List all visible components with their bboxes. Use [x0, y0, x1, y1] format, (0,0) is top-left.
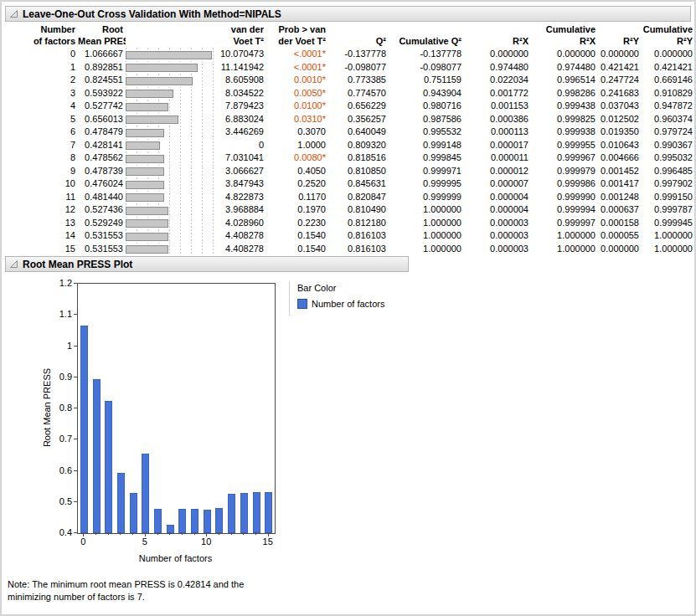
y-tick-mark: [74, 408, 77, 408]
cell-r2y: 0.000055: [598, 229, 642, 243]
cell-cumr2y: 0.947872: [642, 100, 695, 113]
press-bar-4[interactable]: [130, 493, 137, 533]
cell-cumr2x: 0.999986: [531, 177, 598, 191]
press-bar-1[interactable]: [93, 379, 101, 533]
press-bar-3[interactable]: [117, 473, 125, 533]
press-bar-14[interactable]: [253, 492, 260, 533]
cell-press: 0.527742: [78, 100, 126, 113]
cv-table-row: 90.4787393.0666270.40500.8108500.9999710…: [4, 165, 695, 178]
cell-cumr2y: 0.999945: [642, 217, 695, 230]
cell-press-bar: [126, 87, 219, 100]
cell-t2: 3.446269: [219, 126, 266, 139]
press-bar-2[interactable]: [105, 401, 112, 533]
cell-t2: 10.070473: [219, 48, 266, 61]
press-inline-bar: [126, 233, 168, 241]
cell-press-bar: [126, 217, 219, 230]
cell-r2x: 0.001153: [464, 100, 531, 113]
cell-press: 0.478562: [78, 151, 126, 165]
cell-q2: 0.774570: [328, 87, 389, 100]
y-tick-mark: [74, 470, 77, 471]
cell-press: 0.527436: [78, 203, 126, 217]
cell-r2x: 0.000113: [464, 126, 531, 139]
cell-r2x: 0.000004: [464, 191, 531, 204]
press-bar-7[interactable]: [167, 525, 174, 534]
cell-factors: 9: [4, 165, 78, 178]
cell-prob: 0.3070: [266, 126, 328, 139]
x-tick-mark: [120, 532, 121, 535]
press-bar-8[interactable]: [178, 509, 186, 533]
cell-q2: 0.809320: [328, 139, 389, 152]
cell-factors: 13: [4, 217, 78, 230]
press-plot-section: Root Mean PRESS Plot Root Mean PRESS Num…: [3, 256, 693, 571]
cell-cumr2x: 0.999938: [531, 126, 598, 139]
cell-press: 0.529249: [78, 217, 126, 230]
cell-cumq2: 0.751159: [389, 74, 464, 87]
cell-prob: <.0001*: [266, 61, 328, 74]
legend-entry-label: Number of factors: [312, 299, 384, 309]
cv-section-header[interactable]: Leave-One-Out Cross Validation With Meth…: [5, 6, 691, 22]
cv-table-row: 01.06666710.070473<.0001*-0.137778-0.137…: [4, 48, 695, 61]
cell-prob: <.0001*: [266, 48, 328, 61]
press-bar-5[interactable]: [142, 454, 149, 533]
disclosure-triangle-icon[interactable]: [9, 9, 18, 18]
cell-cumq2: -0.098077: [389, 61, 464, 74]
x-tick-mark: [194, 532, 195, 535]
cell-cumr2x: 0.999979: [531, 165, 598, 178]
cell-r2y: 0.004666: [598, 151, 642, 165]
cell-press: 0.478479: [78, 126, 126, 139]
y-tick-mark: [74, 377, 77, 377]
press-bar-15[interactable]: [265, 492, 272, 533]
cell-prob: 0.1970: [266, 203, 328, 217]
cv-table-row: 120.5274363.9688840.19700.8104901.000000…: [4, 203, 695, 217]
press-bar-0[interactable]: [80, 326, 88, 533]
cell-t2: 4.822873: [219, 191, 266, 204]
cell-cumr2y: 1.000000: [642, 243, 695, 256]
press-inline-bar: [126, 116, 178, 124]
cell-press-bar: [126, 113, 219, 126]
press-bar-9[interactable]: [191, 509, 198, 533]
col-header-cumr2y: CumulativeR²Y: [642, 23, 695, 48]
cell-r2y: 0.000158: [598, 217, 642, 230]
y-tick-mark: [74, 532, 77, 533]
cv-table-body: 01.06666710.070473<.0001*-0.137778-0.137…: [4, 48, 695, 255]
cell-press: 0.478739: [78, 165, 126, 178]
cell-factors: 6: [4, 126, 78, 139]
cell-press: 0.531553: [78, 243, 126, 256]
press-bar-10[interactable]: [204, 510, 211, 533]
cell-cumr2x: 0.000000: [531, 48, 598, 61]
plot-box[interactable]: [77, 283, 276, 534]
cv-table-row: 80.4785627.0310410.0080*0.8185160.999845…: [4, 151, 695, 165]
cell-r2y: 0.001417: [598, 177, 642, 191]
press-bar-12[interactable]: [228, 494, 235, 534]
cell-press: 0.476024: [78, 177, 126, 191]
press-inline-bar: [126, 181, 164, 189]
col-header-cumq2: Cumulative Q²: [389, 23, 464, 48]
cell-cumr2y: 0.997902: [642, 177, 695, 191]
cell-q2: -0.137778: [328, 48, 389, 61]
cell-cumr2y: 0.995032: [642, 151, 695, 165]
press-bar-11[interactable]: [215, 508, 223, 533]
legend-entry[interactable]: Number of factors: [297, 299, 384, 309]
cell-factors: 4: [4, 100, 78, 113]
cv-table-row: 110.4814404.8228730.11700.8208470.999999…: [4, 191, 695, 204]
cell-t2: 3.968884: [219, 203, 266, 217]
cell-prob: 0.0310*: [266, 113, 328, 126]
cell-cumq2: 0.999995: [389, 177, 464, 191]
cell-r2x: 0.000000: [464, 48, 531, 61]
cell-cumq2: 0.995532: [389, 126, 464, 139]
cell-cumq2: 1.000000: [389, 243, 464, 256]
cell-cumq2: 0.999999: [389, 191, 464, 204]
cell-r2y: 0.037043: [598, 100, 642, 113]
press-plot: Root Mean PRESS Number of factors Bar Co…: [3, 276, 693, 571]
cv-table-row: 10.89285111.141942<.0001*-0.098077-0.098…: [4, 61, 695, 74]
press-bar-6[interactable]: [154, 509, 162, 533]
cell-t2: 11.141942: [219, 61, 266, 74]
press-bar-13[interactable]: [240, 493, 248, 533]
cv-table-row: 40.5277427.8794230.0100*0.6562290.980716…: [4, 100, 695, 113]
cell-press-bar: [126, 191, 219, 204]
disclosure-triangle-icon[interactable]: [9, 259, 18, 269]
cell-t2: 4.408278: [219, 243, 266, 256]
cell-q2: 0.816103: [328, 243, 389, 256]
press-plot-section-header[interactable]: Root Mean PRESS Plot: [5, 256, 409, 272]
y-tick-mark: [74, 283, 77, 284]
